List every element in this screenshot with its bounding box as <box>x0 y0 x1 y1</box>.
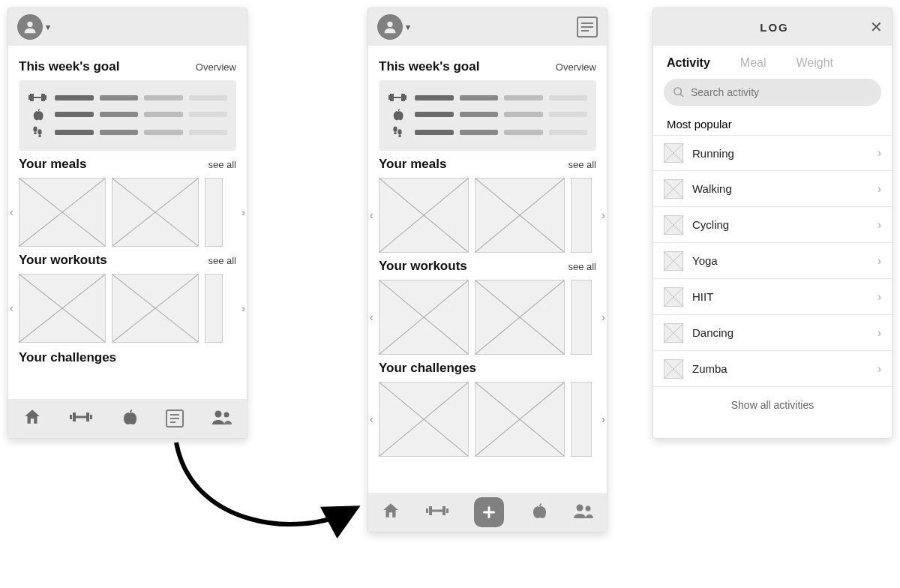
placeholder-icon <box>664 215 683 235</box>
activity-row[interactable]: Walking› <box>653 171 892 207</box>
activity-row[interactable]: Zumba› <box>653 351 892 387</box>
nav-social[interactable] <box>573 502 594 522</box>
home-content: This week's goal Overview Your meals see… <box>8 46 247 399</box>
workouts-see-all[interactable]: see all <box>208 255 236 266</box>
svg-point-33 <box>398 129 401 135</box>
svg-point-56 <box>674 88 681 94</box>
carousel-prev[interactable]: ‹ <box>10 206 14 218</box>
workout-card[interactable] <box>19 274 106 343</box>
carousel-prev[interactable]: ‹ <box>370 413 374 425</box>
carousel-next[interactable]: › <box>602 311 605 323</box>
steps-icon <box>28 125 47 139</box>
activity-row[interactable]: Cycling› <box>653 207 892 243</box>
meal-card[interactable] <box>19 178 106 247</box>
meals-carousel[interactable]: ‹ › <box>19 178 236 247</box>
nav-workout[interactable] <box>426 504 448 520</box>
profile-dropdown[interactable]: ▾ <box>377 14 410 40</box>
log-title-bar: LOG ✕ <box>653 8 892 46</box>
meal-card-peek[interactable] <box>571 178 592 253</box>
search-bar[interactable] <box>664 79 881 106</box>
goal-panel <box>379 80 596 151</box>
workout-card[interactable] <box>475 280 565 355</box>
nav-add-log[interactable] <box>474 497 504 527</box>
chevron-right-icon: › <box>878 362 881 376</box>
activity-row[interactable]: Yoga› <box>653 243 892 279</box>
nav-home[interactable] <box>381 501 400 524</box>
chevron-down-icon: ▾ <box>406 22 410 32</box>
nav-log[interactable] <box>166 410 184 428</box>
meal-card[interactable] <box>379 178 469 253</box>
carousel-next[interactable]: › <box>242 206 245 218</box>
svg-line-57 <box>680 94 683 97</box>
meals-title: Your meals <box>379 157 446 172</box>
chevron-right-icon: › <box>878 218 881 232</box>
svg-rect-49 <box>426 508 428 513</box>
nav-home[interactable] <box>22 407 42 430</box>
activity-label: Cycling <box>692 218 878 231</box>
flow-arrow-icon <box>161 428 371 548</box>
challenge-card[interactable] <box>379 382 469 457</box>
svg-point-24 <box>224 412 230 418</box>
svg-rect-53 <box>483 512 495 514</box>
goal-title: This week's goal <box>379 59 479 74</box>
meals-see-all[interactable]: see all <box>208 159 236 170</box>
tab-activity[interactable]: Activity <box>667 56 710 70</box>
placeholder-icon <box>664 287 683 307</box>
carousel-prev[interactable]: ‹ <box>370 311 374 323</box>
carousel-prev[interactable]: ‹ <box>10 302 14 314</box>
workout-card-peek[interactable] <box>205 274 223 343</box>
svg-point-55 <box>586 506 591 512</box>
profile-dropdown[interactable]: ▾ <box>17 14 50 40</box>
goal-panel <box>19 80 236 151</box>
activity-label: Zumba <box>692 362 878 375</box>
workout-card[interactable] <box>379 280 469 355</box>
search-input[interactable] <box>691 86 872 98</box>
activity-list: Running›Walking›Cycling›Yoga›HIIT›Dancin… <box>653 135 892 387</box>
meal-card[interactable] <box>475 178 565 253</box>
carousel-next[interactable]: › <box>602 413 605 425</box>
activity-row[interactable]: HIIT› <box>653 279 892 315</box>
svg-rect-29 <box>388 96 390 99</box>
svg-point-7 <box>34 132 37 134</box>
avatar-icon <box>377 14 403 40</box>
nav-workout[interactable] <box>70 410 92 427</box>
svg-point-6 <box>33 127 37 133</box>
chevron-right-icon: › <box>878 326 881 340</box>
title-bar: ▾ <box>368 8 607 46</box>
svg-point-8 <box>38 129 41 135</box>
workout-card-peek[interactable] <box>571 280 592 355</box>
meal-card[interactable] <box>112 178 199 247</box>
nav-social[interactable] <box>212 409 232 428</box>
workouts-carousel[interactable]: ‹ › <box>379 280 596 355</box>
show-all-link[interactable]: Show all activities <box>653 387 892 423</box>
svg-point-34 <box>398 135 401 137</box>
challenge-card-peek[interactable] <box>571 382 592 457</box>
carousel-next[interactable]: › <box>242 302 245 314</box>
log-shortcut-button[interactable] <box>577 16 598 38</box>
challenge-card[interactable] <box>475 382 565 457</box>
meals-see-all[interactable]: see all <box>568 159 596 170</box>
workouts-carousel[interactable]: ‹ › <box>19 274 236 343</box>
workout-card[interactable] <box>112 274 199 343</box>
carousel-next[interactable]: › <box>602 209 605 221</box>
overview-link[interactable]: Overview <box>196 62 236 73</box>
placeholder-icon <box>664 359 683 379</box>
nav-nutrition[interactable] <box>120 408 138 429</box>
meals-title: Your meals <box>19 157 86 172</box>
close-button[interactable]: ✕ <box>870 18 883 36</box>
overview-link[interactable]: Overview <box>556 62 596 73</box>
svg-point-25 <box>387 22 392 27</box>
challenges-title: Your challenges <box>379 361 476 376</box>
apple-icon <box>388 107 407 121</box>
carousel-prev[interactable]: ‹ <box>370 209 374 221</box>
nav-nutrition[interactable] <box>530 502 548 523</box>
activity-row[interactable]: Running› <box>653 135 892 171</box>
meals-carousel[interactable]: ‹ › <box>379 178 596 253</box>
tab-meal[interactable]: Meal <box>740 56 766 70</box>
activity-row[interactable]: Dancing› <box>653 315 892 351</box>
tab-weight[interactable]: Weight <box>796 56 833 70</box>
workouts-title: Your workouts <box>379 259 467 274</box>
challenges-carousel[interactable]: ‹ › <box>379 382 596 457</box>
meal-card-peek[interactable] <box>205 178 223 247</box>
workouts-see-all[interactable]: see all <box>568 261 596 272</box>
